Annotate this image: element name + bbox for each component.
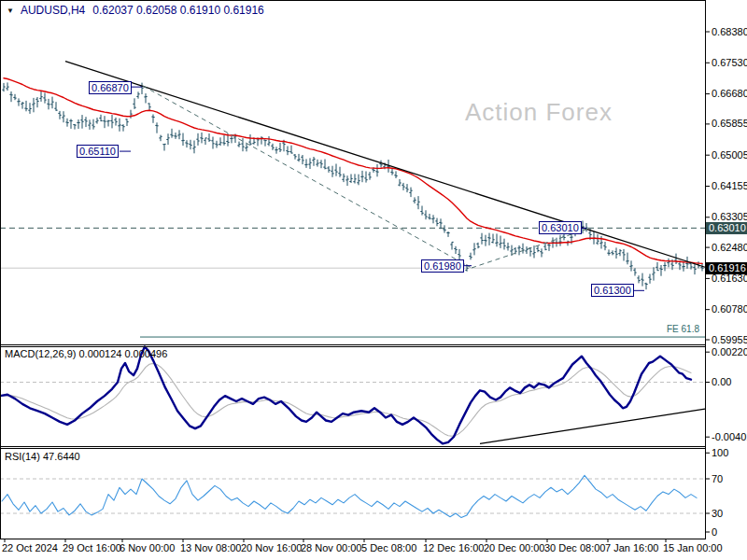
x-axis-tick-label: 30 Dec 08:00	[544, 542, 605, 553]
x-axis-tick-label: 20 Nov 16:00	[241, 542, 302, 553]
x-axis-tick-label: 15 Jan 00:00	[663, 542, 723, 553]
candles-layer	[2, 82, 703, 289]
rsi-indicator-value: 47.6440	[43, 451, 80, 462]
x-axis-tick-label: 5 Dec 08:00	[361, 542, 416, 553]
macd-main-line	[0, 347, 691, 444]
y-axis-tick-label: 0.60780	[712, 303, 747, 315]
price-annotation[interactable]: 0.65110	[77, 145, 119, 158]
x-axis-tick-label: 28 Nov 00:00	[301, 542, 361, 553]
x-axis-tick-label: 6 Nov 00:00	[120, 542, 175, 553]
y-axis-tick-label: 100	[712, 447, 728, 458]
macd-indicator-name: MACD(12,26,9)	[5, 348, 76, 359]
y-axis-tick-label: -0.004012	[712, 431, 747, 442]
trendline	[143, 86, 472, 268]
macd-indicator-values: 0.000124 0.000496	[78, 348, 167, 359]
price-badge: 0.63010	[706, 222, 747, 234]
x-axis-tick-label: 29 Oct 16:00	[63, 542, 121, 553]
rsi-line	[2, 475, 697, 517]
chart-header: ▼AUDUSD,H40.62037 0.62058 0.61910 0.6191…	[7, 4, 264, 17]
macd-signal-line	[0, 363, 691, 436]
y-axis-tick-label: 0.63305	[712, 211, 747, 222]
fibonacci-extension-label: FE 61.8	[667, 324, 699, 334]
y-axis-tick-label: 0.65855	[712, 118, 747, 129]
rsi-label: RSI(14) 47.6440	[5, 451, 80, 462]
symbol-dropdown-icon[interactable]: ▼	[7, 7, 14, 15]
y-axis-tick-label: 0.65005	[712, 149, 747, 161]
price-annotation[interactable]: 0.63010	[539, 221, 582, 234]
x-axis-tick-label: 12 Dec 16:00	[423, 542, 484, 553]
y-axis-tick-label: 30	[712, 508, 723, 519]
macd-label: MACD(12,26,9) 0.000124 0.000496	[5, 348, 167, 359]
y-axis-tick-label: 0	[712, 526, 717, 538]
y-axis-tick-label: 0.68380	[712, 26, 747, 37]
y-axis-tick-label: 0.66680	[712, 88, 747, 99]
x-axis-tick-label: 22 Oct 2024	[2, 542, 58, 553]
x-axis-tick-label: 20 Dec 00:00	[484, 542, 544, 553]
y-axis-tick-label: 0.002208	[712, 346, 747, 357]
y-axis-tick-label: 0.62480	[712, 242, 747, 253]
price-badge: 0.61916	[706, 262, 747, 274]
x-axis-tick-label: 7 Jan 16:00	[605, 542, 659, 553]
ohlc-values: 0.62037 0.62058 0.61910 0.61916	[92, 4, 264, 17]
rsi-indicator-name: RSI(14)	[5, 451, 40, 462]
y-axis-tick-label: 0.67530	[712, 57, 747, 68]
symbol-label: AUDUSD,H4	[21, 4, 85, 17]
trendline	[65, 62, 705, 268]
price-annotation[interactable]: 0.61980	[421, 259, 464, 273]
y-axis-tick-label: 70	[712, 473, 723, 484]
y-axis-tick-label: 0.64155	[712, 180, 747, 191]
trading-chart-window: ▼AUDUSD,H40.62037 0.62058 0.61910 0.6191…	[0, 0, 747, 560]
price-annotation[interactable]: 0.66870	[89, 81, 132, 94]
y-axis-tick-label: 0.59955	[712, 334, 747, 345]
y-axis-tick-label: 0.00	[712, 376, 731, 387]
y-axis-tick-label: 0.61630	[712, 273, 747, 284]
macd-trendline	[480, 409, 705, 443]
price-annotation[interactable]: 0.61300	[591, 284, 634, 297]
x-axis-tick-label: 13 Nov 08:00	[180, 542, 241, 553]
